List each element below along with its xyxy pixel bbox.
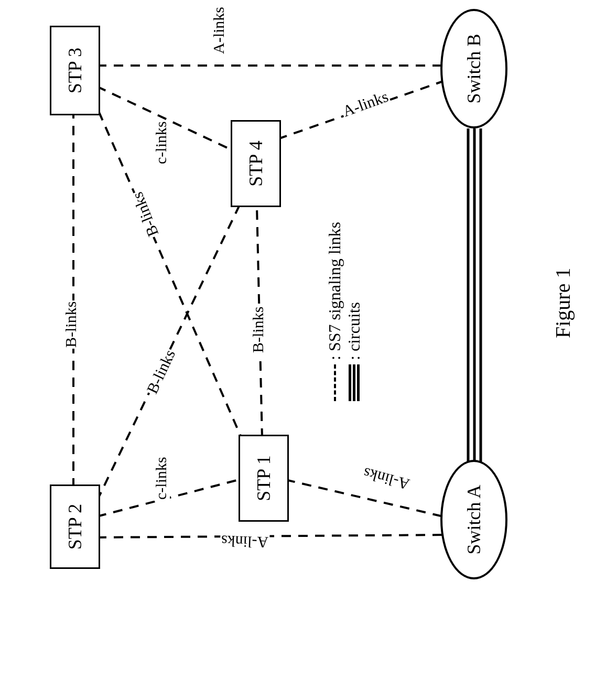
node-stp2: STP 2 [50,484,100,569]
node-label: STP 2 [64,504,86,550]
svg-line-6 [97,535,443,537]
edge-label-alinks: A-links [210,6,228,55]
edge-label-blinks: B-links [249,306,267,354]
node-label: Switch B [463,34,485,104]
edge-label-alinks: A-links [220,532,269,551]
edge-label-blinks: B-links [62,300,80,349]
node-label: Switch A [463,485,485,555]
node-label: STP 4 [245,141,267,187]
node-stp3: STP 3 [50,26,100,115]
node-stp4: STP 4 [231,120,281,207]
edge-label-clinks: c-links [152,120,170,165]
svg-line-7 [286,480,443,516]
edge-label-clinks: c-links [152,456,170,501]
svg-line-2 [97,107,244,443]
node-label: STP 1 [253,455,275,501]
node-switch-b: Switch B [440,9,507,128]
node-switch-a: Switch A [440,460,507,579]
node-label: STP 3 [64,48,86,94]
node-stp1: STP 1 [239,435,289,522]
